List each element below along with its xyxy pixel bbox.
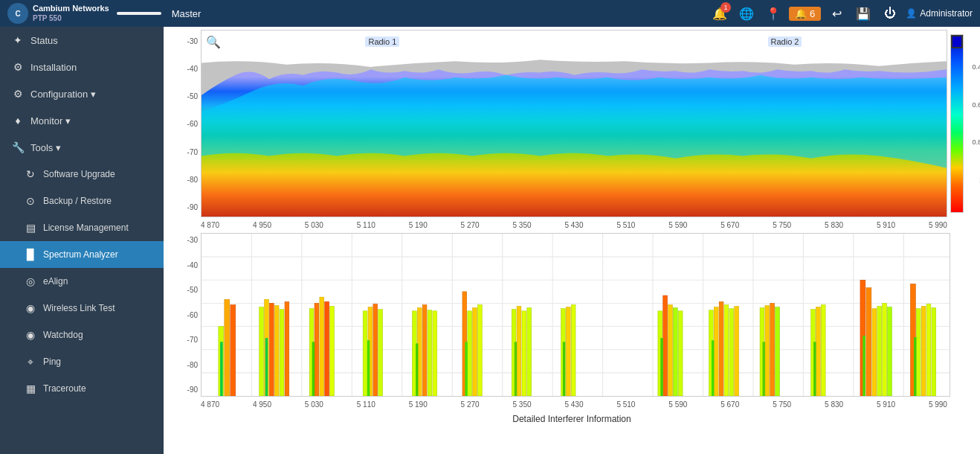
- svg-rect-41: [428, 310, 432, 396]
- svg-rect-60: [714, 307, 718, 396]
- color-scale: 0.4 0.6 0.8 1: [950, 30, 974, 217]
- sidebar-item-label: Monitor ▾: [30, 115, 71, 127]
- logo: C Cambium Networks PTP 550: [7, 3, 109, 24]
- svg-rect-22: [231, 305, 236, 396]
- svg-rect-32: [325, 301, 329, 396]
- color-scale-selected: [951, 35, 963, 48]
- svg-rect-48: [517, 307, 521, 396]
- svg-rect-26: [274, 306, 279, 396]
- main-content: -30 -40 -50 -60 -70 -80 -90: [164, 27, 980, 454]
- svg-rect-27: [280, 310, 284, 396]
- alarm-count: 6: [810, 8, 815, 19]
- power-button[interactable]: ⏻: [879, 2, 901, 25]
- svg-rect-62: [724, 305, 729, 396]
- svg-rect-84: [265, 338, 268, 396]
- sidebar-item-ping[interactable]: ⌖ Ping: [0, 348, 164, 375]
- alarm-button[interactable]: 🔔 6: [789, 7, 821, 21]
- sidebar-item-label: Status: [30, 35, 58, 46]
- sidebar-item-ealign[interactable]: ◎ eAlign: [0, 268, 164, 295]
- sidebar-item-label: Tools ▾: [30, 142, 61, 153]
- spectrum-icon: ▉: [24, 248, 37, 261]
- chart-title: Detailed Interferer Information: [170, 412, 974, 426]
- globe-button[interactable]: 🌐: [735, 2, 758, 25]
- svg-rect-74: [872, 309, 877, 396]
- top-y-axis: -30 -40 -50 -60 -70 -80 -90: [170, 30, 201, 217]
- svg-rect-23: [259, 307, 264, 396]
- svg-rect-82: [932, 308, 936, 396]
- sidebar: ✦ Status ⚙ Installation ⚙ Configuration …: [0, 27, 164, 454]
- traceroute-icon: ▦: [24, 382, 37, 395]
- device-name-input[interactable]: [117, 12, 161, 15]
- svg-rect-55: [663, 295, 668, 396]
- svg-rect-64: [735, 307, 739, 396]
- spectrum-svg: [202, 31, 947, 217]
- sidebar-item-label: Watchdog: [43, 330, 83, 340]
- sidebar-item-installation[interactable]: ⚙ Installation: [0, 54, 164, 80]
- configuration-icon: ⚙: [11, 87, 25, 100]
- svg-rect-31: [320, 297, 324, 396]
- svg-rect-30: [315, 303, 319, 396]
- svg-rect-44: [468, 311, 472, 396]
- svg-rect-95: [863, 336, 865, 396]
- main-layout: ✦ Status ⚙ Installation ⚙ Configuration …: [0, 27, 980, 454]
- svg-rect-33: [330, 307, 335, 396]
- svg-rect-40: [422, 305, 427, 396]
- sidebar-item-label: Wireless Link Test: [43, 303, 115, 313]
- sidebar-item-monitor[interactable]: ♦ Monitor ▾: [0, 107, 164, 134]
- svg-rect-85: [312, 342, 315, 396]
- svg-rect-56: [668, 305, 673, 396]
- location-button[interactable]: 📍: [762, 2, 784, 25]
- alarm-icon: 🔔: [795, 8, 807, 19]
- svg-rect-46: [478, 305, 483, 396]
- watchdog-icon: ◉: [24, 328, 37, 342]
- sidebar-item-software-upgrade[interactable]: ↻ Software Upgrade: [0, 161, 164, 188]
- ping-icon: ⌖: [24, 355, 37, 368]
- spectrum-zoom-icon[interactable]: 🔍: [206, 35, 221, 49]
- color-scale-gradient: [950, 34, 964, 213]
- sidebar-item-license-management[interactable]: ▤ License Management: [0, 214, 164, 241]
- svg-rect-92: [712, 340, 714, 396]
- svg-rect-71: [821, 305, 825, 396]
- undo-button[interactable]: ↩: [825, 2, 848, 25]
- role-label: Master: [172, 8, 202, 19]
- status-icon: ✦: [11, 33, 25, 47]
- sidebar-item-label: Traceroute: [43, 383, 86, 394]
- product-name: PTP 550: [33, 14, 109, 23]
- sidebar-item-status[interactable]: ✦ Status: [0, 27, 164, 54]
- svg-rect-45: [473, 308, 477, 396]
- svg-rect-79: [916, 309, 921, 396]
- svg-rect-77: [888, 307, 892, 396]
- bottom-chart-section: -30 -40 -50 -60 -70 -80 -90: [170, 233, 974, 397]
- svg-rect-52: [566, 307, 570, 396]
- sidebar-item-label: Spectrum Analyzer: [43, 249, 118, 260]
- tools-icon: 🔧: [11, 141, 25, 154]
- sidebar-item-watchdog[interactable]: ◉ Watchdog: [0, 322, 164, 348]
- svg-rect-42: [433, 311, 437, 396]
- sidebar-item-wireless-link-test[interactable]: ◉ Wireless Link Test: [0, 295, 164, 322]
- svg-rect-87: [416, 343, 418, 396]
- top-chart-section: -30 -40 -50 -60 -70 -80 -90: [170, 30, 974, 217]
- svg-rect-94: [813, 342, 816, 396]
- svg-rect-86: [367, 340, 370, 396]
- bottom-y-axis: -30 -40 -50 -60 -70 -80 -90: [170, 233, 201, 397]
- backup-restore-icon: ⊙: [24, 194, 37, 208]
- svg-rect-70: [816, 307, 821, 396]
- software-upgrade-icon: ↻: [24, 167, 37, 181]
- save-button[interactable]: 💾: [852, 2, 874, 25]
- sidebar-item-configuration[interactable]: ⚙ Configuration ▾: [0, 80, 164, 107]
- svg-rect-75: [877, 307, 882, 396]
- svg-rect-28: [285, 301, 289, 396]
- sidebar-item-spectrum-analyzer[interactable]: ▉ Spectrum Analyzer: [0, 241, 164, 268]
- sidebar-item-tools[interactable]: 🔧 Tools ▾: [0, 134, 164, 161]
- notification-button[interactable]: 🔔 1: [709, 2, 731, 25]
- svg-rect-63: [729, 309, 734, 396]
- radio1-label: Radio 1: [365, 36, 399, 47]
- bar-chart-svg: [202, 234, 950, 396]
- sidebar-item-label: Configuration ▾: [30, 89, 96, 100]
- svg-rect-81: [926, 304, 931, 396]
- sidebar-item-backup-restore[interactable]: ⊙ Backup / Restore: [0, 188, 164, 214]
- sidebar-item-label: Software Upgrade: [43, 169, 115, 179]
- svg-rect-76: [883, 303, 887, 396]
- radio2-label: Radio 2: [768, 36, 802, 47]
- sidebar-item-traceroute[interactable]: ▦ Traceroute: [0, 375, 164, 402]
